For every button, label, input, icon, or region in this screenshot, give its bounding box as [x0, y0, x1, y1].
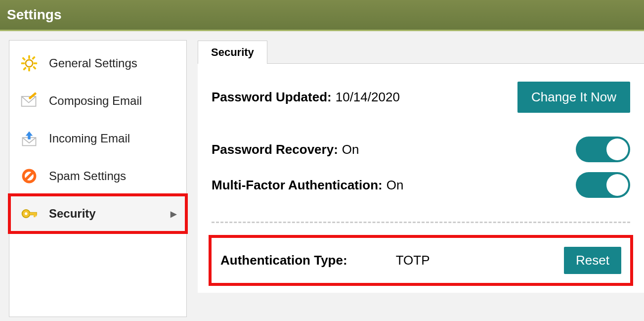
password-recovery-toggle[interactable] [576, 137, 630, 162]
svg-rect-19 [34, 215, 36, 217]
sidebar-item-composing[interactable]: Composing Email [9, 82, 186, 120]
content-area: General Settings Composing Email Inc [0, 31, 644, 317]
password-recovery-row: Password Recovery: On [212, 137, 630, 162]
change-password-button[interactable]: Change It Now [517, 82, 630, 113]
svg-rect-4 [34, 62, 37, 64]
gear-icon [19, 53, 39, 73]
sidebar-item-label: General Settings [49, 56, 137, 70]
svg-point-0 [26, 60, 33, 67]
password-updated-value: 10/14/2020 [336, 90, 400, 105]
mfa-row: Multi-Factor Authentication: On [212, 172, 630, 198]
svg-rect-8 [23, 67, 27, 71]
password-updated-label: Password Updated: [212, 90, 332, 105]
svg-rect-3 [21, 62, 25, 64]
toggle-knob [606, 174, 628, 196]
sidebar-item-label: Security [49, 207, 96, 221]
sidebar-item-label: Incoming Email [49, 132, 130, 145]
sidebar-item-general[interactable]: General Settings [9, 45, 186, 82]
key-icon [19, 204, 39, 224]
svg-rect-1 [28, 55, 30, 59]
compose-icon [19, 91, 39, 111]
settings-sidebar: General Settings Composing Email Inc [9, 40, 187, 317]
sidebar-item-spam[interactable]: Spam Settings [9, 157, 186, 195]
svg-rect-6 [33, 66, 37, 70]
sidebar-item-label: Composing Email [49, 94, 142, 108]
toggle-knob [606, 138, 628, 160]
svg-rect-20 [36, 215, 37, 217]
password-recovery-value: On [342, 142, 359, 157]
chevron-right-icon: ▶ [171, 209, 176, 219]
main-panel: Security Password Updated: 10/14/2020 Ch… [198, 40, 644, 317]
sidebar-item-label: Spam Settings [49, 169, 126, 183]
tab-security[interactable]: Security [198, 41, 267, 64]
auth-type-label: Authentication Type: [220, 253, 347, 268]
sidebar-item-incoming[interactable]: Incoming Email [9, 120, 186, 157]
auth-type-value: TOTP [396, 253, 430, 268]
password-recovery-label: Password Recovery: [212, 142, 338, 157]
mfa-toggle[interactable] [576, 172, 630, 198]
reset-button[interactable]: Reset [564, 247, 621, 274]
spam-icon [19, 166, 39, 186]
page-title: Settings [7, 7, 635, 23]
auth-type-block: Authentication Type: TOTP Reset [212, 238, 630, 283]
svg-rect-5 [22, 57, 26, 61]
tab-bar: Security [198, 40, 644, 64]
sidebar-item-security[interactable]: Security ▶ [9, 195, 186, 232]
security-panel: Password Updated: 10/14/2020 Change It N… [198, 64, 644, 293]
svg-rect-7 [32, 56, 36, 60]
password-updated-row: Password Updated: 10/14/2020 Change It N… [212, 82, 630, 113]
section-divider [212, 222, 630, 223]
mfa-value: On [386, 178, 404, 193]
svg-point-17 [25, 212, 27, 215]
mfa-label: Multi-Factor Authentication: [212, 178, 383, 193]
page-header: Settings [0, 0, 644, 31]
svg-rect-2 [28, 68, 30, 71]
incoming-icon [19, 129, 39, 148]
